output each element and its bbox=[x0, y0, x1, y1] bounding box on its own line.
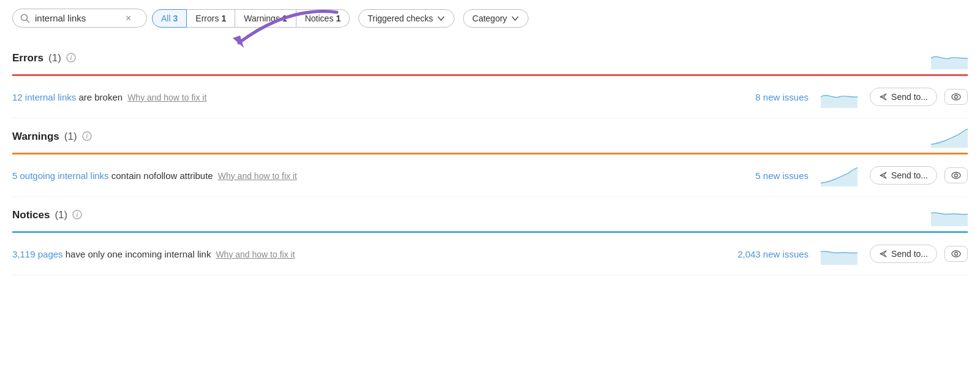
svg-point-17 bbox=[955, 253, 958, 256]
eye-icon bbox=[951, 172, 961, 179]
issue-chart bbox=[821, 243, 858, 265]
section-count-notices: (1) bbox=[55, 209, 67, 221]
section-title-text-warnings: Warnings bbox=[12, 131, 59, 143]
section-header-errors: Errors (1)i bbox=[12, 40, 968, 74]
section-header-warnings: Warnings (1)i bbox=[12, 118, 968, 153]
issue-text: 3,119 pages have only one incoming inter… bbox=[12, 249, 728, 259]
section-title-warnings: Warnings (1)i bbox=[12, 131, 92, 143]
issue-row: 3,119 pages have only one incoming inter… bbox=[12, 233, 968, 275]
new-issues-count: 2,043 new issues bbox=[735, 249, 809, 259]
chevron-down-icon bbox=[437, 14, 445, 23]
issue-suffix: are broken bbox=[76, 92, 123, 102]
filter-tab-notices[interactable]: Notices1 bbox=[296, 9, 350, 28]
send-icon bbox=[879, 93, 888, 101]
clear-button[interactable]: × bbox=[126, 13, 131, 23]
svg-point-11 bbox=[952, 172, 960, 178]
filter-tab-count: 1 bbox=[336, 13, 341, 23]
filter-tab-errors[interactable]: Errors1 bbox=[187, 9, 235, 28]
issue-row: 12 internal links are brokenWhy and how … bbox=[12, 76, 968, 118]
send-to-button[interactable]: Send to... bbox=[870, 88, 937, 106]
filter-tab-count: 1 bbox=[282, 13, 287, 23]
svg-line-1 bbox=[27, 20, 29, 22]
issue-suffix: contain nofollow attribute bbox=[109, 170, 213, 181]
search-input[interactable] bbox=[35, 13, 121, 23]
fix-link[interactable]: Why and how to fix it bbox=[127, 93, 206, 102]
issue-chart bbox=[821, 86, 858, 108]
filter-tab-count: 1 bbox=[221, 13, 226, 23]
fix-link[interactable]: Why and how to fix it bbox=[216, 250, 295, 259]
eye-icon bbox=[951, 250, 961, 257]
chevron-down-icon bbox=[511, 14, 519, 23]
search-box[interactable]: × bbox=[12, 9, 147, 28]
eye-button[interactable] bbox=[944, 167, 968, 183]
issue-text: 12 internal links are brokenWhy and how … bbox=[12, 92, 728, 102]
section-chart-errors bbox=[931, 47, 968, 69]
svg-point-16 bbox=[952, 251, 960, 257]
category-dropdown[interactable]: Category bbox=[463, 9, 529, 28]
new-issues-count: 5 new issues bbox=[735, 170, 809, 181]
search-icon bbox=[20, 13, 30, 23]
section-title-text-notices: Notices bbox=[12, 209, 50, 221]
issue-chart bbox=[821, 164, 858, 186]
section-title-text-errors: Errors bbox=[12, 52, 43, 64]
filter-tab-warnings[interactable]: Warnings1 bbox=[235, 9, 296, 28]
section-title-errors: Errors (1)i bbox=[12, 52, 76, 64]
filter-tab-label: All bbox=[161, 13, 171, 23]
svg-text:i: i bbox=[86, 133, 88, 140]
filter-tab-label: Errors bbox=[195, 13, 219, 23]
filter-tab-all[interactable]: All3 bbox=[152, 9, 187, 28]
svg-point-12 bbox=[955, 174, 958, 177]
eye-icon bbox=[951, 93, 961, 101]
section-chart-warnings bbox=[931, 126, 968, 148]
send-to-label: Send to... bbox=[891, 170, 928, 180]
eye-button[interactable] bbox=[944, 246, 968, 262]
fix-link[interactable]: Why and how to fix it bbox=[218, 171, 297, 181]
section-chart-notices bbox=[931, 204, 968, 226]
send-to-label: Send to... bbox=[891, 249, 928, 259]
send-to-button[interactable]: Send to... bbox=[870, 245, 937, 263]
toolbar: × All3Errors1Warnings1Notices1 Triggered… bbox=[12, 9, 968, 28]
svg-point-7 bbox=[955, 96, 958, 99]
section-count-warnings: (1) bbox=[64, 131, 77, 143]
svg-text:i: i bbox=[70, 55, 72, 61]
issue-suffix: have only one incoming internal link bbox=[63, 249, 211, 259]
issue-link[interactable]: 3,119 pages bbox=[12, 249, 63, 259]
filter-tab-label: Notices bbox=[305, 13, 334, 23]
filter-tabs: All3Errors1Warnings1Notices1 bbox=[152, 9, 350, 28]
issue-text: 5 outgoing internal links contain nofoll… bbox=[12, 170, 728, 181]
issue-link[interactable]: 5 outgoing internal links bbox=[12, 170, 109, 181]
info-icon[interactable]: i bbox=[66, 53, 76, 64]
svg-text:i: i bbox=[77, 212, 78, 218]
section-count-errors: (1) bbox=[48, 52, 61, 64]
info-icon[interactable]: i bbox=[72, 210, 82, 221]
send-icon bbox=[879, 171, 888, 180]
triggered-checks-dropdown[interactable]: Triggered checks bbox=[358, 9, 454, 28]
issue-row: 5 outgoing internal links contain nofoll… bbox=[12, 154, 968, 197]
send-icon bbox=[879, 250, 888, 258]
section-title-notices: Notices (1)i bbox=[12, 209, 82, 221]
eye-button[interactable] bbox=[944, 89, 968, 105]
issue-link[interactable]: 12 internal links bbox=[12, 92, 76, 102]
filter-tab-count: 3 bbox=[173, 13, 178, 23]
svg-point-6 bbox=[952, 94, 960, 100]
section-header-notices: Notices (1)i bbox=[12, 197, 968, 231]
send-to-button[interactable]: Send to... bbox=[870, 166, 937, 185]
new-issues-count: 8 new issues bbox=[735, 92, 809, 102]
info-icon[interactable]: i bbox=[82, 131, 92, 143]
triggered-checks-label: Triggered checks bbox=[368, 13, 433, 23]
send-to-label: Send to... bbox=[891, 92, 928, 102]
sections-container: Errors (1)i12 internal links are brokenW… bbox=[12, 40, 968, 275]
filter-tab-label: Warnings bbox=[244, 13, 280, 23]
category-label: Category bbox=[472, 13, 507, 23]
